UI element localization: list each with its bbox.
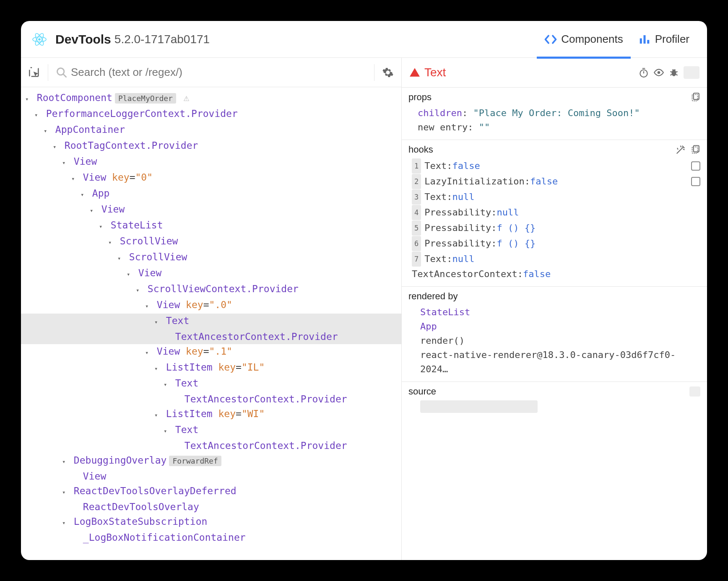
- component-name: PerformanceLoggerContext.Provider: [46, 108, 238, 119]
- tree-row[interactable]: View: [21, 469, 401, 484]
- tree-row[interactable]: AppContainer: [21, 122, 401, 138]
- gear-icon[interactable]: [382, 67, 394, 78]
- hook-checkbox[interactable]: [691, 177, 700, 186]
- svg-rect-24: [694, 145, 699, 152]
- tree-row[interactable]: Text: [21, 314, 401, 329]
- expand-arrow-icon[interactable]: [25, 91, 31, 106]
- eye-icon[interactable]: [653, 67, 664, 78]
- tree-row[interactable]: TextAncestorContext.Provider: [21, 329, 401, 344]
- expand-arrow-icon[interactable]: [154, 407, 160, 423]
- tree-row[interactable]: ScrollView: [21, 234, 401, 250]
- component-tree[interactable]: RootComponentPlaceMyOrder ⚠ PerformanceL…: [21, 87, 401, 545]
- rendered-by-row: react-native-renderer@18.3.0-canary-03d6…: [420, 348, 700, 376]
- expand-arrow-icon[interactable]: [154, 360, 160, 376]
- expand-arrow-icon[interactable]: [62, 484, 68, 500]
- tree-row[interactable]: ScrollViewContext.Provider: [21, 282, 401, 298]
- copy-icon[interactable]: [689, 92, 700, 103]
- tree-row[interactable]: App: [21, 186, 401, 202]
- hook-row[interactable]: 7Text: null: [412, 252, 700, 267]
- expand-arrow-icon[interactable]: [145, 344, 151, 360]
- tree-row[interactable]: View key=".0": [21, 298, 401, 314]
- tree-row[interactable]: Text: [21, 376, 401, 392]
- hook-row[interactable]: 3Text: null: [412, 189, 700, 205]
- svg-point-19: [672, 69, 673, 70]
- left-toolbar: [21, 58, 401, 87]
- hook-row[interactable]: 6Pressability: f () {}: [412, 236, 700, 251]
- expand-arrow-icon[interactable]: [164, 376, 169, 392]
- component-name: ScrollView: [129, 252, 187, 262]
- tree-row[interactable]: View key="0": [21, 170, 401, 186]
- tree-row[interactable]: _LogBoxNotificationContainer: [21, 530, 401, 545]
- hook-row[interactable]: 5Pressability: f () {}: [412, 220, 700, 236]
- expand-arrow-icon[interactable]: [108, 234, 114, 250]
- tree-row[interactable]: DebuggingOverlayForwardRef: [21, 453, 401, 469]
- expand-arrow-icon[interactable]: [117, 250, 123, 266]
- expand-arrow-icon[interactable]: [90, 202, 96, 218]
- tree-row[interactable]: ReactDevToolsOverlay: [21, 500, 401, 514]
- app-title: DevTools: [55, 32, 111, 47]
- component-name: _LogBoxNotificationContainer: [83, 532, 246, 543]
- expand-arrow-icon[interactable]: [145, 298, 151, 314]
- expand-arrow-icon[interactable]: [127, 266, 133, 282]
- expand-arrow-icon[interactable]: [62, 154, 68, 170]
- expand-arrow-icon[interactable]: [62, 453, 68, 469]
- expand-arrow-icon[interactable]: [62, 514, 68, 530]
- expand-arrow-icon[interactable]: [34, 106, 40, 122]
- copy-icon[interactable]: [689, 144, 700, 155]
- tab-profiler[interactable]: Profiler: [631, 29, 697, 50]
- tree-row[interactable]: View key=".1": [21, 344, 401, 360]
- tree-row[interactable]: ListItem key="IL": [21, 360, 401, 376]
- hook-checkbox[interactable]: [691, 161, 700, 171]
- expand-arrow-icon[interactable]: [154, 314, 160, 329]
- search-wrap: [56, 66, 367, 79]
- prop-row[interactable]: children: "Place My Order: Coming Soon!": [418, 106, 700, 120]
- expand-arrow-icon[interactable]: [99, 218, 105, 234]
- suspend-icon[interactable]: [638, 67, 649, 78]
- tree-row[interactable]: StateList: [21, 218, 401, 234]
- tree-row[interactable]: LogBoxStateSubscription: [21, 514, 401, 530]
- rendered-by-row[interactable]: App: [420, 319, 700, 334]
- tree-row[interactable]: PerformanceLoggerContext.Provider: [21, 106, 401, 122]
- hook-number: 4: [412, 205, 421, 220]
- rendered-by-row[interactable]: StateList: [420, 305, 700, 319]
- component-name: View: [157, 346, 180, 357]
- tree-row[interactable]: ScrollView: [21, 250, 401, 266]
- hook-row[interactable]: 4Pressability: null: [412, 205, 700, 220]
- bug-icon[interactable]: [668, 67, 679, 78]
- expand-arrow-icon[interactable]: [71, 170, 77, 186]
- expand-arrow-icon[interactable]: [136, 282, 142, 298]
- wand-icon[interactable]: [675, 144, 686, 155]
- svg-rect-5: [643, 35, 645, 44]
- component-name: View: [74, 156, 97, 167]
- hook-row[interactable]: 2LazyInitialization: false: [412, 174, 700, 189]
- tree-row[interactable]: RootTagContext.Provider: [21, 138, 401, 154]
- expand-arrow-icon[interactable]: [53, 138, 59, 154]
- search-input[interactable]: [71, 66, 367, 79]
- tree-row[interactable]: RootComponentPlaceMyOrder ⚠: [21, 91, 401, 106]
- component-name: ReactDevToolsOverlayDeferred: [74, 485, 237, 496]
- inspect-element-icon[interactable]: [29, 67, 40, 78]
- tree-row[interactable]: Text: [21, 423, 401, 438]
- hooks-list: 1Text: false2LazyInitialization: false3T…: [408, 158, 700, 281]
- props-list: children: "Place My Order: Coming Soon!"…: [408, 106, 700, 135]
- tab-components[interactable]: Components: [537, 29, 630, 50]
- tree-row[interactable]: TextAncestorContext.Provider: [21, 392, 401, 407]
- tree-row[interactable]: View: [21, 154, 401, 170]
- prop-row[interactable]: new entry: "": [418, 120, 700, 135]
- tree-row[interactable]: TextAncestorContext.Provider: [21, 438, 401, 453]
- tree-row[interactable]: ReactDevToolsOverlayDeferred: [21, 484, 401, 500]
- expand-arrow-icon[interactable]: [164, 423, 169, 438]
- expand-arrow-icon[interactable]: [44, 122, 49, 138]
- hook-number: 6: [412, 236, 421, 251]
- hook-row[interactable]: 1Text: false: [412, 158, 700, 174]
- component-name: TextAncestorContext.Provider: [185, 394, 347, 405]
- tree-row[interactable]: ListItem key="WI": [21, 407, 401, 423]
- tree-row[interactable]: View: [21, 266, 401, 282]
- component-name: AppContainer: [55, 124, 125, 135]
- component-name: LogBoxStateSubscription: [74, 516, 208, 527]
- expand-arrow-icon[interactable]: [81, 186, 86, 202]
- warning-icon: [409, 67, 420, 78]
- app-version: 5.2.0-1717ab0171: [114, 33, 210, 46]
- component-badge: PlaceMyOrder: [115, 93, 176, 104]
- tree-row[interactable]: View: [21, 202, 401, 218]
